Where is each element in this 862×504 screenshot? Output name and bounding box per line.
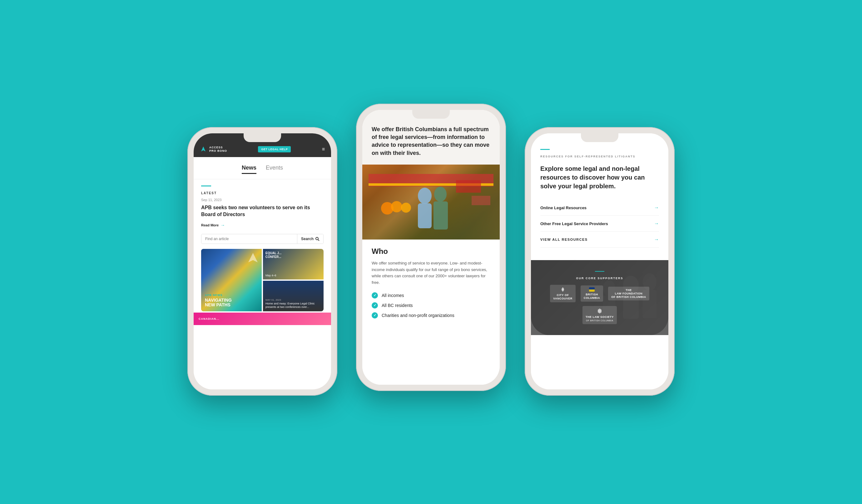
news-events-tabs: News Events <box>194 157 331 179</box>
check-item-incomes: ✓ All incomes <box>372 292 490 299</box>
supporters-logos-row1: CITY OFVANCOUVER BRITISHCOLUMBIA THE <box>550 285 649 302</box>
hamburger-menu-icon[interactable]: ≡ <box>322 146 325 152</box>
other-providers-text: Other Free Legal Service Providers <box>540 222 608 226</box>
law-foundation-text: THELAW FOUNDATIONOF BRITISH COLUMBIA <box>611 289 646 299</box>
hero-text: We offer British Columbians a full spect… <box>372 125 490 157</box>
svg-marker-3 <box>248 253 258 262</box>
bottom-strip-text: CANADIAN... <box>199 317 220 320</box>
link-online-legal[interactable]: Online Legal Resources → <box>540 200 659 216</box>
city-of-vancouver-logo: CITY OFVANCOUVER <box>550 285 575 302</box>
svg-point-10 <box>418 188 432 204</box>
access-pro-bono-logo-icon <box>200 146 207 153</box>
svg-rect-14 <box>456 180 481 193</box>
svg-rect-11 <box>418 203 432 228</box>
link-other-providers[interactable]: Other Free Legal Service Providers → <box>540 216 659 232</box>
supporters-label: OUR CORE SUPPORTERS <box>550 277 649 280</box>
british-columbia-logo: BRITISHCOLUMBIA <box>580 286 603 302</box>
phone-2-notch <box>412 110 450 119</box>
check-icon-1: ✓ <box>372 292 378 299</box>
online-legal-arrow-icon: → <box>654 205 659 211</box>
resources-section-label: RESOURCES FOR SELF-REPRESENTED LITIGANTS <box>540 155 659 158</box>
svg-point-12 <box>434 187 447 202</box>
phone-1: ACCESS PRO BONO GET LEGAL HELP ≡ News Ev… <box>187 127 337 396</box>
home-away-card[interactable]: MAY 01, 2023 Home and Away: Everyone Leg… <box>263 281 324 311</box>
vancouver-logo-text: CITY OFVANCOUVER <box>553 293 572 301</box>
supporters-section: OUR CORE SUPPORTERS <box>531 260 668 335</box>
check-label-2: All BC residents <box>382 303 413 308</box>
search-icon <box>315 237 319 241</box>
bc-logo-text: BRITISHCOLUMBIA <box>584 293 600 300</box>
svg-point-23 <box>599 310 601 312</box>
law-society-crest-icon <box>597 308 603 314</box>
phone-1-notch <box>244 133 281 142</box>
svg-rect-13 <box>433 201 448 229</box>
check-label-1: All incomes <box>382 293 404 298</box>
law-society-text: The Law Societyof British Columbia <box>586 315 614 322</box>
couple-photo <box>362 164 500 239</box>
check-item-residents: ✓ All BC residents <box>372 302 490 308</box>
phone-2-inner: We offer British Columbians a full spect… <box>362 110 500 385</box>
tab-news[interactable]: News <box>242 164 257 174</box>
phone-1-screen: ACCESS PRO BONO GET LEGAL HELP ≡ News Ev… <box>194 133 331 389</box>
check-icon-2: ✓ <box>372 302 378 308</box>
couple-silhouette <box>362 164 500 239</box>
phones-container: ACCESS PRO BONO GET LEGAL HELP ≡ News Ev… <box>169 90 693 414</box>
supporters-teal-divider <box>595 271 604 272</box>
svg-point-8 <box>391 201 402 212</box>
read-more-link[interactable]: Read More → <box>201 223 324 228</box>
check-icon-3: ✓ <box>372 312 378 319</box>
logo-text: ACCESS PRO BONO <box>209 146 227 153</box>
link-view-all[interactable]: VIEW ALL RESOURCES → <box>540 232 659 248</box>
svg-line-2 <box>318 239 319 241</box>
svg-point-1 <box>316 237 318 240</box>
svg-point-9 <box>401 203 411 213</box>
who-title: Who <box>372 247 490 256</box>
law-foundation-logo: THELAW FOUNDATIONOF BRITISH COLUMBIA <box>608 287 649 301</box>
supporters-content: OUR CORE SUPPORTERS <box>550 271 649 324</box>
vancouver-lotus-icon <box>560 287 566 292</box>
online-legal-text: Online Legal Resources <box>540 205 587 210</box>
check-item-charities: ✓ Charities and non-profit organizations <box>372 312 490 319</box>
law-society-logo: The Law Societyof British Columbia <box>583 306 617 324</box>
phone-3-screen: RESOURCES FOR SELF-REPRESENTED LITIGANTS… <box>531 133 668 389</box>
resources-content: RESOURCES FOR SELF-REPRESENTED LITIGANTS… <box>531 133 668 254</box>
phone-1-inner: ACCESS PRO BONO GET LEGAL HELP ≡ News Ev… <box>194 133 331 389</box>
news-image-grid: APB NEWS NAVIGATING NEW PATHS EQUAL J...… <box>201 249 324 311</box>
teal-divider <box>201 185 211 186</box>
other-providers-arrow-icon: → <box>654 221 659 226</box>
conference-title: EQUAL J...CONFER... <box>265 251 321 259</box>
who-description: We offer something of service to everyon… <box>372 260 490 286</box>
phone-3: RESOURCES FOR SELF-REPRESENTED LITIGANTS… <box>525 127 675 396</box>
conference-card[interactable]: EQUAL J...CONFER... May 4–6 <box>263 249 324 279</box>
phone-2: We offer British Columbians a full spect… <box>356 104 506 391</box>
phone-2-screen: We offer British Columbians a full spect… <box>362 110 500 385</box>
article-search-bar: Search <box>201 234 324 244</box>
check-label-3: Charities and non-profit organizations <box>382 313 454 318</box>
search-input[interactable] <box>201 234 297 243</box>
phone-1-content: LATEST Sep 11, 2023 APB seeks two new vo… <box>194 179 331 325</box>
tab-events[interactable]: Events <box>266 164 283 174</box>
news-right-cards: EQUAL J...CONFER... May 4–6 MAY 01, 2023… <box>263 249 324 311</box>
who-section: Who We offer something of service to eve… <box>362 239 500 330</box>
conference-date: May 4–6 <box>265 274 321 277</box>
news-card-navigating[interactable]: APB NEWS NAVIGATING NEW PATHS <box>201 249 262 311</box>
teal-divider-3 <box>540 149 550 150</box>
latest-label: LATEST <box>201 191 324 195</box>
law-society-logo-container: The Law Societyof British Columbia <box>550 306 649 324</box>
view-all-arrow-icon: → <box>654 237 659 242</box>
svg-point-22 <box>562 289 563 290</box>
article-title: APB seeks two new volunteers to serve on… <box>201 204 324 218</box>
svg-rect-15 <box>472 196 490 205</box>
view-all-text: VIEW ALL RESOURCES <box>540 238 588 241</box>
get-legal-help-button[interactable]: GET LEGAL HELP <box>258 146 291 152</box>
navigating-text: NAVIGATING NEW PATHS <box>205 298 258 308</box>
resources-heading: Explore some legal and non-legal resourc… <box>540 164 659 190</box>
apb-news-badge: APB NEWS <box>205 293 258 297</box>
read-more-arrow-icon: → <box>221 223 225 228</box>
phone-1-logo: ACCESS PRO BONO <box>200 146 227 153</box>
phone-3-inner: RESOURCES FOR SELF-REPRESENTED LITIGANTS… <box>531 133 668 389</box>
article-date: Sep 11, 2023 <box>201 198 324 202</box>
caption-text: Home and Away: Everyone Legal Clinic pre… <box>265 302 321 309</box>
phone-3-notch <box>581 133 618 142</box>
search-button[interactable]: Search <box>297 234 323 243</box>
